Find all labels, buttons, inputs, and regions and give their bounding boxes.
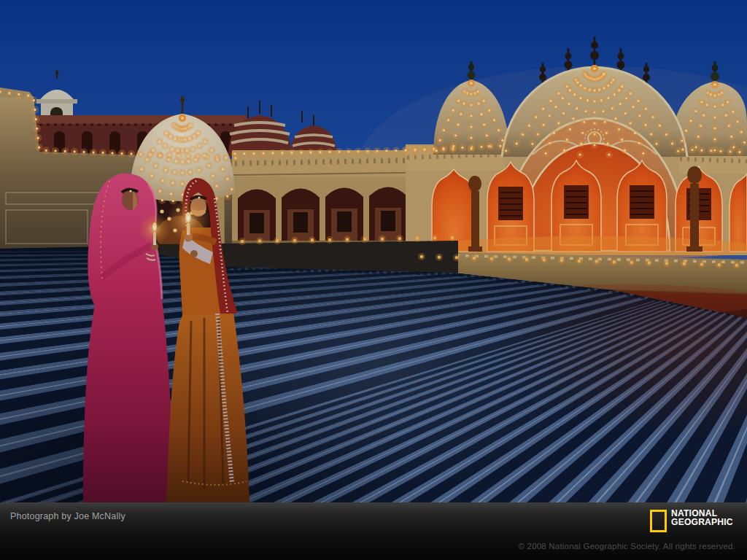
photo-vignette (0, 0, 747, 502)
national-geographic-logo: NATIONAL GEOGRAPHIC (650, 509, 735, 532)
brand-wordmark: NATIONAL GEOGRAPHIC (671, 509, 733, 526)
copyright-notice: © 2008 National Geographic Society. All … (518, 542, 735, 551)
ng-yellow-frame-icon (650, 510, 667, 532)
photo-credit: Photograph by Joe McNally (10, 511, 125, 521)
photograph (0, 0, 747, 502)
caption-bar: Photograph by Joe McNally NATIONAL GEOGR… (0, 502, 747, 560)
